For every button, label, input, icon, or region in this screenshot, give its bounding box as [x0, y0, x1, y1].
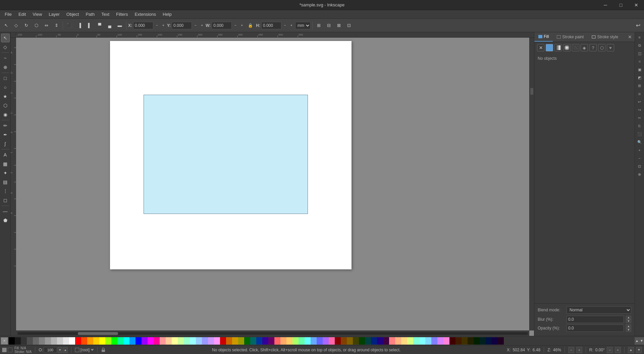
color-swatch[interactable] — [359, 337, 365, 345]
h-minus[interactable]: − — [282, 22, 288, 29]
color-swatch[interactable] — [99, 337, 105, 345]
color-swatch[interactable] — [178, 337, 184, 345]
color-swatch[interactable] — [136, 337, 142, 345]
color-swatch[interactable] — [317, 337, 323, 345]
color-swatch[interactable] — [51, 337, 57, 345]
toolbar-align-left[interactable]: ⬛ — [65, 21, 74, 30]
menu-object[interactable]: Object — [63, 10, 83, 18]
color-swatch[interactable] — [208, 337, 214, 345]
rotate-minus-btn[interactable]: − — [607, 347, 613, 353]
ri-snap[interactable]: ⊕ — [636, 171, 643, 178]
close-button[interactable]: ✕ — [629, 0, 644, 10]
maximize-button[interactable]: □ — [613, 0, 629, 10]
color-swatch[interactable] — [329, 337, 335, 345]
fill-type-linear[interactable] — [554, 44, 562, 51]
color-swatch[interactable] — [214, 337, 220, 345]
color-swatch[interactable] — [244, 337, 250, 345]
ri-xml[interactable]: ≡ — [636, 34, 643, 41]
menu-edit[interactable]: Edit — [15, 10, 29, 18]
canvas-content[interactable] — [16, 38, 534, 330]
palette-scroll-up[interactable]: ▲ — [635, 337, 639, 345]
color-swatch[interactable] — [238, 337, 244, 345]
color-swatch[interactable] — [498, 337, 504, 345]
color-swatch[interactable] — [468, 337, 474, 345]
tool-eraser[interactable]: ◻ — [1, 196, 10, 205]
fill-type-radial[interactable] — [563, 44, 571, 51]
opacity-plus[interactable]: ▲ — [63, 347, 68, 353]
tool-pencil[interactable]: ✏ — [1, 121, 10, 130]
color-swatch[interactable] — [184, 337, 190, 345]
opacity-input-sb[interactable] — [44, 347, 57, 353]
color-swatch[interactable] — [462, 337, 468, 345]
color-swatch[interactable] — [395, 337, 401, 345]
color-swatch[interactable] — [401, 337, 407, 345]
color-swatch[interactable] — [371, 337, 377, 345]
tool-selector[interactable]: ↖ — [1, 34, 10, 42]
menu-layer[interactable]: Layer — [45, 10, 63, 18]
color-swatch[interactable] — [250, 337, 256, 345]
tool-callig[interactable]: ∫ — [1, 139, 10, 148]
transform-btn4[interactable]: ⊡ — [344, 21, 354, 30]
scroll-up-btn[interactable]: ▲ — [628, 347, 634, 353]
menu-file[interactable]: File — [1, 10, 15, 18]
color-swatch[interactable] — [474, 337, 480, 345]
fill-type-none[interactable]: ✕ — [537, 44, 544, 51]
tool-spiral[interactable]: ◉ — [1, 110, 10, 119]
fill-type-extra1[interactable]: ⬡ — [598, 44, 605, 51]
color-swatch[interactable] — [299, 337, 305, 345]
toolbar-align-right[interactable]: ▌ — [85, 21, 94, 30]
x-input[interactable] — [133, 22, 153, 29]
toolbar-rotate[interactable]: ↻ — [21, 21, 31, 30]
color-swatch[interactable] — [377, 337, 383, 345]
tool-pen[interactable]: ✒ — [1, 130, 10, 139]
w-plus[interactable]: + — [239, 22, 245, 29]
palette-none-swatch[interactable]: ✕ — [1, 337, 8, 345]
blend-mode-select[interactable]: Normal Multiply Screen Overlay — [567, 306, 631, 314]
color-swatch[interactable] — [305, 337, 311, 345]
color-swatch[interactable] — [39, 337, 45, 345]
color-swatch[interactable] — [449, 337, 455, 345]
scroll-down-btn[interactable]: ▼ — [636, 347, 642, 353]
ri-fill[interactable]: ◩ — [636, 74, 643, 81]
color-swatch[interactable] — [63, 337, 69, 345]
tool-rect[interactable]: □ — [1, 74, 10, 83]
toolbar-scale[interactable]: ⬡ — [32, 21, 41, 30]
fill-type-pattern[interactable] — [572, 44, 579, 51]
fill-type-flat[interactable] — [546, 44, 553, 51]
minimize-button[interactable]: ─ — [598, 0, 613, 10]
ri-symbols[interactable]: ⌗ — [636, 58, 643, 65]
blur-up[interactable]: ▲ — [626, 316, 631, 319]
ri-copy[interactable]: ⎘ — [636, 122, 643, 130]
color-swatch[interactable] — [437, 337, 443, 345]
fill-color-box[interactable] — [2, 348, 7, 352]
tab-fill[interactable]: Fill — [534, 32, 553, 42]
ri-redo[interactable]: ↪ — [636, 106, 643, 114]
color-swatch[interactable] — [492, 337, 498, 345]
fill-type-extra2[interactable]: ♥ — [607, 44, 614, 51]
color-swatch[interactable] — [335, 337, 341, 345]
tool-text[interactable]: A — [1, 150, 10, 159]
color-swatch[interactable] — [45, 337, 51, 345]
color-swatch[interactable] — [69, 337, 75, 345]
color-swatch[interactable] — [142, 337, 148, 345]
undo-btn[interactable]: ↩ — [633, 21, 643, 30]
h-input[interactable] — [261, 22, 281, 29]
fill-type-swatch[interactable]: ◈ — [581, 44, 588, 51]
opacity-input[interactable] — [567, 324, 624, 332]
color-swatch[interactable] — [160, 337, 166, 345]
x-plus[interactable]: + — [161, 22, 166, 29]
scrollbar-right[interactable] — [529, 38, 534, 330]
panel-collapse-dots[interactable]: ⋮ — [522, 181, 528, 187]
color-swatch[interactable] — [443, 337, 449, 345]
color-swatch[interactable] — [190, 337, 196, 345]
scroll-thumb[interactable] — [78, 332, 118, 335]
color-swatch[interactable] — [15, 337, 21, 345]
color-swatch[interactable] — [347, 337, 353, 345]
color-swatch[interactable] — [123, 337, 129, 345]
color-swatch[interactable] — [111, 337, 117, 345]
color-swatch[interactable] — [196, 337, 202, 345]
color-swatch[interactable] — [220, 337, 226, 345]
toolbar-flip-v[interactable]: ⇕ — [52, 21, 61, 30]
w-minus[interactable]: − — [233, 22, 238, 29]
transform-btn1[interactable]: ⊞ — [314, 21, 324, 30]
